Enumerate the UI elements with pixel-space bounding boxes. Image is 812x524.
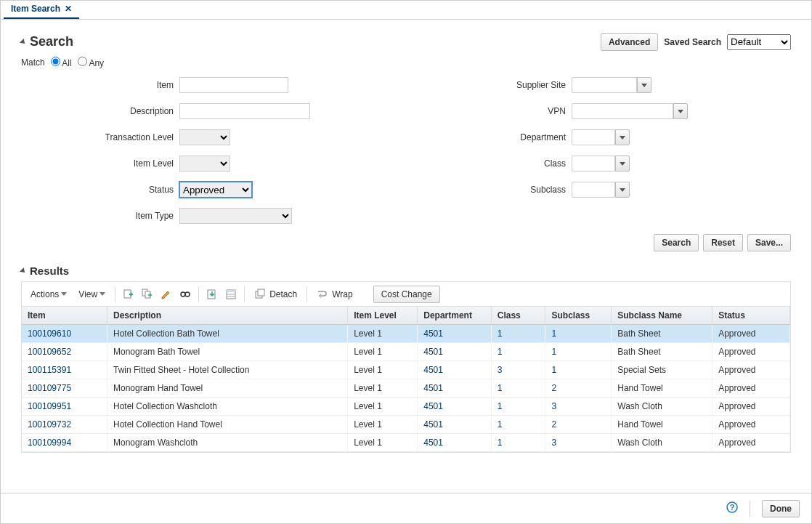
item-link[interactable]: 100109951 [28, 401, 71, 411]
chevron-down-icon [61, 292, 67, 296]
view-menu[interactable]: View [74, 286, 110, 302]
class-link[interactable]: 1 [498, 383, 503, 393]
col-description[interactable]: Description [107, 307, 348, 325]
subclass-link[interactable]: 1 [551, 347, 556, 357]
dept-link[interactable]: 4501 [423, 328, 443, 339]
item-link[interactable]: 100109994 [28, 438, 71, 448]
saved-search-label: Saved Search [664, 37, 721, 47]
create-icon[interactable] [121, 286, 137, 302]
vpn-lov-button[interactable] [673, 103, 688, 119]
col-department[interactable]: Department [418, 307, 491, 325]
results-table-wrap[interactable]: Item Description Item Level Department C… [21, 306, 791, 453]
item-link[interactable]: 100115391 [28, 365, 71, 375]
view-icon[interactable] [177, 286, 193, 302]
class-link[interactable]: 1 [498, 347, 503, 357]
search-section-header[interactable]: Search [21, 34, 73, 49]
transaction-level-select[interactable] [179, 129, 230, 145]
description-label: Description [21, 106, 174, 116]
dept-link[interactable]: 4501 [423, 365, 443, 375]
col-class[interactable]: Class [491, 307, 545, 325]
chevron-down-icon [620, 136, 625, 140]
cell-subclass-name: Hand Towel [612, 416, 712, 434]
done-button[interactable]: Done [762, 500, 800, 517]
department-lov-button[interactable] [615, 129, 630, 145]
dept-link[interactable]: 4501 [423, 347, 443, 357]
search-button[interactable]: Search [654, 234, 699, 251]
detach-button[interactable]: Detach [250, 286, 301, 302]
item-link[interactable]: 100109732 [28, 419, 71, 430]
table-row[interactable]: 100109951Hotel Collection WashclothLevel… [22, 398, 790, 416]
help-icon[interactable]: ? [726, 501, 738, 515]
transaction-level-label: Transaction Level [21, 132, 174, 142]
dept-link[interactable]: 4501 [423, 419, 443, 430]
class-input[interactable] [572, 156, 615, 172]
cell-description: Monogram Hand Towel [107, 379, 348, 398]
reset-button[interactable]: Reset [703, 234, 743, 251]
class-link[interactable]: 1 [498, 328, 503, 339]
department-label: Department [370, 132, 566, 142]
item-link[interactable]: 100109610 [28, 328, 71, 339]
class-link[interactable]: 1 [498, 438, 503, 448]
advanced-button[interactable]: Advanced [601, 33, 658, 51]
match-all-radio[interactable] [51, 57, 60, 66]
subclass-link[interactable]: 1 [551, 365, 556, 375]
table-row[interactable]: 100115391Twin Fitted Sheet - Hotel Colle… [22, 361, 790, 379]
dept-link[interactable]: 4501 [423, 383, 443, 393]
subclass-link[interactable]: 2 [551, 383, 556, 393]
description-input[interactable] [179, 103, 310, 119]
item-type-select[interactable] [179, 208, 292, 224]
create-from-existing-icon[interactable] [139, 286, 155, 302]
supplier-site-label: Supplier Site [370, 80, 566, 90]
class-lov-button[interactable] [615, 156, 630, 172]
actions-menu[interactable]: Actions [26, 286, 71, 302]
department-input[interactable] [572, 129, 615, 145]
table-row[interactable]: 100109994Monogram WashclothLevel 1450113… [22, 434, 790, 452]
dept-link[interactable]: 4501 [423, 401, 443, 411]
subclass-link[interactable]: 1 [551, 328, 556, 339]
tab-item-search[interactable]: Item Search ✕ [4, 0, 79, 19]
content-scroll[interactable]: Search Advanced Saved Search Default Mat… [1, 20, 811, 493]
col-subclass[interactable]: Subclass [545, 307, 612, 325]
match-any-option[interactable]: Any [78, 57, 104, 68]
save-button[interactable]: Save... [747, 234, 791, 251]
separator [198, 286, 199, 302]
item-link[interactable]: 100109775 [28, 383, 71, 393]
item-level-select[interactable] [179, 156, 230, 172]
class-link[interactable]: 1 [498, 401, 503, 411]
results-section-header[interactable]: Results [21, 265, 791, 277]
subclass-lov-button[interactable] [615, 182, 630, 198]
col-subclass-name[interactable]: Subclass Name [612, 307, 712, 325]
supplier-site-input[interactable] [572, 77, 637, 93]
item-link[interactable]: 100109652 [28, 347, 71, 357]
wrap-button[interactable]: Wrap [312, 286, 357, 302]
status-select[interactable]: Approved [179, 182, 252, 198]
match-any-radio[interactable] [78, 57, 87, 66]
class-link[interactable]: 1 [498, 419, 503, 430]
dept-link[interactable]: 4501 [423, 438, 443, 448]
svg-text:?: ? [730, 503, 735, 512]
table-row[interactable]: 100109652Monogram Bath TowelLevel 145011… [22, 343, 790, 361]
table-row[interactable]: 100109610Hotel Collection Bath TowelLeve… [22, 325, 790, 343]
subclass-input[interactable] [572, 182, 615, 198]
subclass-link[interactable]: 2 [551, 419, 556, 430]
class-link[interactable]: 3 [498, 365, 503, 375]
qbe-icon[interactable] [223, 286, 239, 302]
saved-search-select[interactable]: Default [727, 34, 791, 50]
col-item-level[interactable]: Item Level [348, 307, 418, 325]
detach-icon [254, 289, 266, 300]
close-icon[interactable]: ✕ [65, 4, 72, 14]
subclass-link[interactable]: 3 [551, 438, 556, 448]
table-row[interactable]: 100109775Monogram Hand TowelLevel 145011… [22, 379, 790, 398]
col-item[interactable]: Item [22, 307, 107, 325]
subclass-link[interactable]: 3 [551, 401, 556, 411]
table-row[interactable]: 100109732Hotel Collection Hand TowelLeve… [22, 416, 790, 434]
supplier-site-lov-button[interactable] [637, 77, 651, 93]
chevron-down-icon [678, 110, 683, 113]
edit-icon[interactable] [158, 286, 174, 302]
vpn-input[interactable] [572, 103, 673, 119]
match-all-option[interactable]: All [51, 57, 72, 68]
cost-change-button[interactable]: Cost Change [373, 286, 440, 303]
col-status[interactable]: Status [712, 307, 790, 325]
item-input[interactable] [179, 77, 288, 93]
export-icon[interactable] [204, 286, 220, 302]
